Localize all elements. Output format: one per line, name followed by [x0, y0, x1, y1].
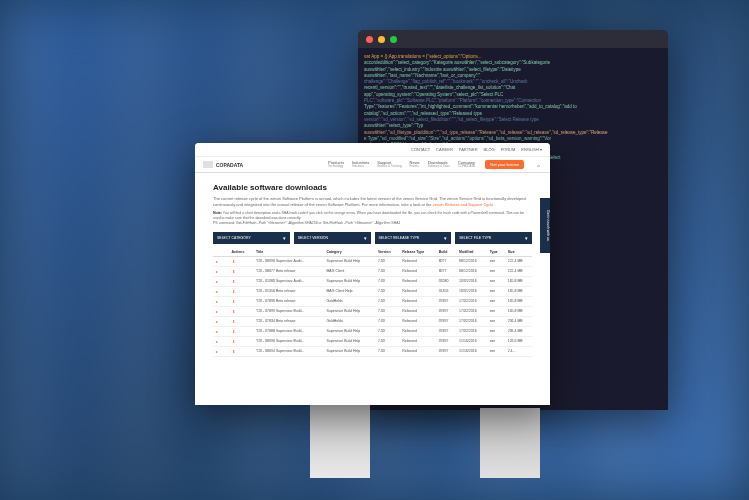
expand-icon[interactable]: ▸	[216, 269, 222, 274]
expand-icon[interactable]: ▸	[216, 329, 222, 334]
download-title[interactable]: T20 - 01356 Beta release	[253, 286, 323, 296]
download-icon[interactable]: ⬇	[232, 329, 238, 334]
language-dropdown[interactable]: ENGLISH ▾	[521, 147, 542, 152]
download-icon[interactable]: ⬇	[232, 309, 238, 314]
download-title[interactable]: T20 - 08096 Supervisor Build...	[253, 336, 323, 346]
code-line: version":"sd_version","sd_select_fileddi…	[364, 117, 539, 122]
release-cycle-link[interactable]: zenon Release and Support Cycle	[433, 202, 494, 207]
table-row[interactable]: ▸⬇T20 - 07899 Supervisor Build...Supervi…	[213, 306, 532, 316]
page-content: Available software downloads The current…	[195, 173, 550, 367]
logo[interactable]: COPADATA	[203, 161, 243, 168]
download-title[interactable]: T20 - 07834 Beta release	[253, 316, 323, 326]
expand-icon[interactable]: ▸	[216, 279, 222, 284]
maximize-dot-icon[interactable]	[390, 36, 397, 43]
top-nav: CONTACT CAREER PARTNER BLOG FORUM ENGLIS…	[195, 143, 550, 157]
code-line: app","operating_system":"Operating Syste…	[364, 92, 503, 97]
table-row[interactable]: ▸⬇T20 - 08096 Supervisor Build...Supervi…	[213, 336, 532, 346]
download-icon[interactable]: ⬇	[232, 269, 238, 274]
filter-file-type[interactable]: SELECT FILE TYPE▾	[455, 232, 532, 244]
page-title: Available software downloads	[213, 183, 532, 192]
chevron-down-icon: ▾	[444, 235, 447, 241]
contact-tab[interactable]: Get in touch with us	[540, 198, 550, 253]
nav-item-products[interactable]: ProductsTechnology	[328, 161, 344, 169]
download-icon[interactable]: ⬇	[232, 259, 238, 264]
chevron-down-icon: ▾	[283, 235, 286, 241]
download-title[interactable]: T20 - 07896 Beta release	[253, 296, 323, 306]
filter-release-type[interactable]: SELECT RELEASE TYPE▾	[375, 232, 452, 244]
filter-bar: SELECT CATEGORY▾ SELECT VERSION▾ SELECT …	[213, 232, 532, 244]
download-icon[interactable]: ⬇	[232, 339, 238, 344]
download-title[interactable]: T20 - 08077 Beta release	[253, 266, 323, 276]
close-dot-icon[interactable]	[366, 36, 373, 43]
download-title[interactable]: T20 - 01080 Supervisor Audit...	[253, 276, 323, 286]
topnav-link[interactable]: PARTNER	[459, 147, 478, 152]
monitor-stand	[310, 404, 370, 478]
nav-item-support[interactable]: SupportService & Training	[377, 161, 401, 169]
window-titlebar	[358, 30, 668, 48]
code-line: recentl_version":"","trusted_text":"","d…	[364, 85, 515, 90]
code-line: Type","features":"Features","int_highlig…	[364, 104, 577, 109]
expand-icon[interactable]: ▸	[216, 319, 222, 324]
table-row[interactable]: ▸⬇T20 - 01080 Supervisor Audit...Supervi…	[213, 276, 532, 286]
download-title[interactable]: T20 - 07899 Supervisor Build...	[253, 306, 323, 316]
monitor-stand	[480, 408, 540, 478]
code-line: accordeddition":"select_category":"Kateg…	[364, 60, 550, 65]
download-icon[interactable]: ⬇	[232, 279, 238, 284]
code-line: PLC","software_plc":"Software PLC","plat…	[364, 98, 541, 103]
topnav-link[interactable]: CAREER	[436, 147, 453, 152]
table-row[interactable]: ▸⬇T20 - 08094 Supervisor Build...Supervi…	[213, 346, 532, 356]
downloads-table: ActionsTitleCategoryVersionRelease TypeB…	[213, 248, 532, 357]
page-note: Note: You will find a short description …	[213, 211, 532, 226]
topnav-link[interactable]: BLOG	[484, 147, 495, 152]
expand-icon[interactable]: ▸	[216, 259, 222, 264]
chevron-down-icon: ▾	[525, 235, 528, 241]
nav-item-company[interactable]: CompanyCOPA-DATA	[458, 161, 475, 169]
page-description: The current release cycle of the zenon S…	[213, 196, 532, 207]
chevron-down-icon: ▾	[364, 235, 367, 241]
code-line: challenge":"Challenge","flag_publish_ref…	[364, 79, 527, 84]
download-icon[interactable]: ⬇	[232, 299, 238, 304]
logo-icon	[203, 161, 213, 168]
cta-button[interactable]: Get your license	[485, 160, 524, 169]
table-row[interactable]: ▸⬇T20 - 08077 Beta releaseMAG Client7.00…	[213, 266, 532, 276]
topnav-link[interactable]: FORUM	[501, 147, 516, 152]
download-icon[interactable]: ⬇	[232, 319, 238, 324]
nav-links: ProductsTechnology IndustriesSolutions S…	[328, 161, 475, 169]
minimize-dot-icon[interactable]	[378, 36, 385, 43]
download-icon[interactable]: ⬇	[232, 289, 238, 294]
expand-icon[interactable]: ▸	[216, 349, 222, 354]
nav-item-industries[interactable]: IndustriesSolutions	[352, 161, 369, 169]
download-title[interactable]: T20 - 07888 Supervisor Build...	[253, 326, 323, 336]
code-line: var App = {};App.translations = {"select…	[364, 54, 482, 59]
code-line: auswählen","sd_filetype_pladdition":"","…	[364, 130, 607, 135]
download-title[interactable]: T20 - 08090 Supervisor Audit...	[253, 256, 323, 266]
code-line: auswählen","select_industry":"Industrie …	[364, 67, 521, 72]
expand-icon[interactable]: ▸	[216, 339, 222, 344]
search-icon[interactable]: ⌕	[534, 161, 542, 169]
download-icon[interactable]: ⬇	[232, 349, 238, 354]
table-row[interactable]: ▸⬇T20 - 07896 Beta releaseGoldHelds7.00R…	[213, 296, 532, 306]
table-row[interactable]: ▸⬇T20 - 07888 Supervisor Build...Supervi…	[213, 326, 532, 336]
web-monitor: CONTACT CAREER PARTNER BLOG FORUM ENGLIS…	[195, 143, 550, 405]
expand-icon[interactable]: ▸	[216, 289, 222, 294]
table-row[interactable]: ▸⬇T20 - 01356 Beta releaseMAG Client Hel…	[213, 286, 532, 296]
expand-icon[interactable]: ▸	[216, 309, 222, 314]
table-header-row: ActionsTitleCategoryVersionRelease TypeB…	[213, 248, 532, 257]
filter-category[interactable]: SELECT CATEGORY▾	[213, 232, 290, 244]
table-row[interactable]: ▸⬇T20 - 08090 Supervisor Audit...Supervi…	[213, 256, 532, 266]
topnav-link[interactable]: CONTACT	[411, 147, 430, 152]
filter-version[interactable]: SELECT VERSION▾	[294, 232, 371, 244]
nav-item-news[interactable]: NewsEvents	[410, 161, 420, 169]
table-row[interactable]: ▸⬇T20 - 07834 Beta releaseGoldHelds7.00R…	[213, 316, 532, 326]
code-line: e Type","sd_modified":"sd_size":"Size","…	[364, 136, 551, 141]
logo-text: COPADATA	[216, 162, 243, 168]
nav-item-downloads[interactable]: DownloadsSoftware & Docs	[428, 161, 450, 169]
code-line: auswählen""select_type":"Typ	[364, 123, 423, 128]
expand-icon[interactable]: ▸	[216, 299, 222, 304]
download-title[interactable]: T20 - 08094 Supervisor Build...	[253, 346, 323, 356]
code-line: catalog","sd_actions":"","sd_released_ty…	[364, 111, 482, 116]
code-line: auswählen","last_name":"Nachname","last_…	[364, 73, 480, 78]
main-nav: COPADATA ProductsTechnology IndustriesSo…	[195, 157, 550, 173]
